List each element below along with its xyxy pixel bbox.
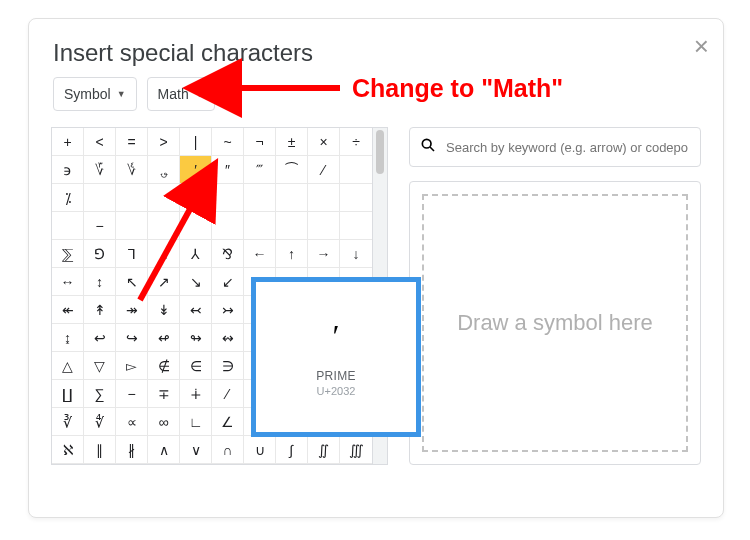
character-cell[interactable]: ∦ [116,436,148,464]
character-cell[interactable]: ∠ [212,408,244,436]
character-cell[interactable]: ′ [180,156,212,184]
character-cell[interactable]: ∪ [244,436,276,464]
character-cell[interactable]: ↬ [180,324,212,352]
character-cell[interactable]: ∨ [180,436,212,464]
character-cell[interactable]: < [84,128,116,156]
character-cell[interactable] [276,184,308,212]
character-cell[interactable]: ϶ [52,156,84,184]
subcategory-dropdown[interactable]: Math ▼ [147,77,215,111]
character-cell[interactable]: ⁄ [308,156,340,184]
character-cell[interactable] [148,184,180,212]
character-cell[interactable]: ↕ [84,268,116,296]
search-input[interactable] [444,139,690,156]
character-cell[interactable]: ↩ [84,324,116,352]
character-cell[interactable]: ÷ [340,128,372,156]
character-cell[interactable]: ↖ [116,268,148,296]
character-cell[interactable]: ↓ [340,240,372,268]
character-cell[interactable]: ℵ [52,436,84,464]
character-cell[interactable] [340,184,372,212]
character-cell[interactable] [308,212,340,240]
scrollbar-thumb[interactable] [376,130,384,174]
character-cell[interactable]: ± [276,128,308,156]
character-cell[interactable]: ⅃ [148,240,180,268]
character-cell[interactable]: ← [244,240,276,268]
search-field[interactable] [409,127,701,167]
character-cell[interactable] [212,184,244,212]
character-cell[interactable]: ▽ [84,352,116,380]
character-cell[interactable]: ؇ [116,156,148,184]
character-cell[interactable]: ∩ [212,436,244,464]
character-cell[interactable]: ∈ [180,352,212,380]
character-cell[interactable]: ∕ [212,380,244,408]
character-cell[interactable]: ⁀ [276,156,308,184]
character-cell[interactable]: ″ [212,156,244,184]
character-cell[interactable]: ∫ [276,436,308,464]
character-cell[interactable]: ↢ [180,296,212,324]
character-cell[interactable]: ∧ [148,436,180,464]
character-cell[interactable]: ⅄ [180,240,212,268]
character-cell[interactable]: ∐ [52,380,84,408]
character-cell[interactable]: | [180,128,212,156]
character-cell[interactable]: ∞ [148,408,180,436]
character-cell[interactable]: × [308,128,340,156]
character-cell[interactable]: → [308,240,340,268]
character-cell[interactable]: ∟ [180,408,212,436]
character-cell[interactable]: + [52,128,84,156]
character-cell[interactable]: ↗ [148,268,180,296]
character-cell[interactable] [212,212,244,240]
character-cell[interactable]: ∝ [116,408,148,436]
character-cell[interactable] [276,212,308,240]
character-cell[interactable]: ▻ [116,352,148,380]
character-cell[interactable]: ↨ [52,324,84,352]
character-cell[interactable] [52,212,84,240]
character-cell[interactable]: ∑ [84,380,116,408]
character-cell[interactable]: ↘ [180,268,212,296]
character-cell[interactable]: = [116,128,148,156]
character-cell[interactable] [116,184,148,212]
character-cell[interactable]: ↫ [148,324,180,352]
character-cell[interactable] [340,212,372,240]
character-cell[interactable]: ↠ [116,296,148,324]
character-cell[interactable]: ⅁ [84,240,116,268]
character-cell[interactable]: ⁒ [52,184,84,212]
character-cell[interactable]: ‴ [244,156,276,184]
character-cell[interactable] [84,184,116,212]
character-cell[interactable]: ∔ [180,380,212,408]
close-icon[interactable]: × [694,33,709,59]
character-cell[interactable]: ↪ [116,324,148,352]
character-cell[interactable]: ↟ [84,296,116,324]
character-cell[interactable]: − [84,212,116,240]
character-cell[interactable]: ∜ [84,408,116,436]
character-cell[interactable] [180,212,212,240]
character-cell[interactable] [244,184,276,212]
character-cell[interactable]: ؈ [148,156,180,184]
draw-area[interactable]: Draw a symbol here [422,194,688,452]
character-cell[interactable]: ↞ [52,296,84,324]
character-cell[interactable]: ∥ [84,436,116,464]
character-cell[interactable]: ~ [212,128,244,156]
character-cell[interactable]: ↭ [212,324,244,352]
character-cell[interactable] [148,212,180,240]
character-cell[interactable]: ↙ [212,268,244,296]
character-cell[interactable]: ⅂ [116,240,148,268]
character-cell[interactable]: ⅋ [212,240,244,268]
character-cell[interactable]: ∉ [148,352,180,380]
character-cell[interactable] [308,184,340,212]
character-cell[interactable] [244,212,276,240]
character-cell[interactable] [116,212,148,240]
character-cell[interactable]: ∬ [308,436,340,464]
category-dropdown[interactable]: Symbol ▼ [53,77,137,111]
character-cell[interactable]: △ [52,352,84,380]
character-cell[interactable]: ↔ [52,268,84,296]
character-cell[interactable]: − [116,380,148,408]
character-cell[interactable]: ∛ [52,408,84,436]
character-cell[interactable]: ↡ [148,296,180,324]
character-cell[interactable]: ∭ [340,436,372,464]
character-cell[interactable]: ↣ [212,296,244,324]
character-cell[interactable]: ↑ [276,240,308,268]
character-cell[interactable] [340,156,372,184]
character-cell[interactable]: ∋ [212,352,244,380]
character-cell[interactable]: ¬ [244,128,276,156]
character-cell[interactable]: > [148,128,180,156]
character-cell[interactable] [180,184,212,212]
